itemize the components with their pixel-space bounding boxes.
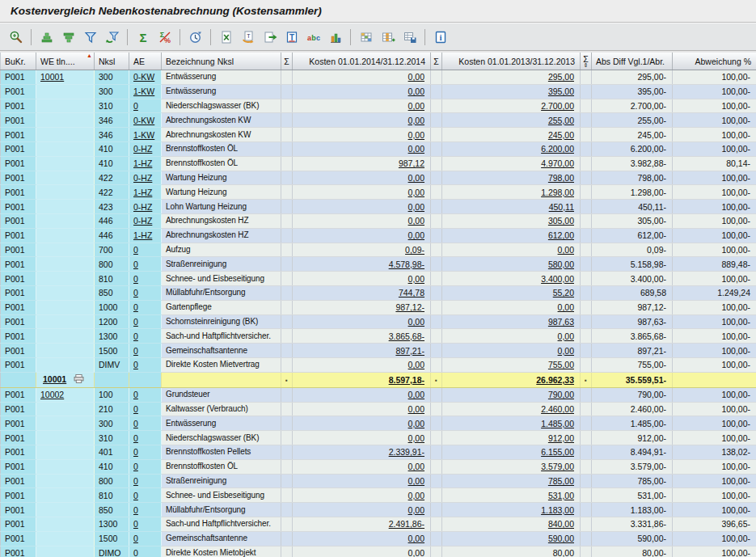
- table-row[interactable]: P0018500Müllabfuhr/Entsorgung744,7855,20…: [1, 285, 756, 300]
- column-header-ae[interactable]: AE: [129, 53, 162, 70]
- grid-view-button[interactable]: [356, 27, 376, 47]
- cell-ae-link[interactable]: 0: [129, 387, 162, 402]
- cell-k2014-link[interactable]: 0,00: [293, 357, 431, 372]
- table-row[interactable]: P00110000Gartenpflege987,12-0,00987,12-1…: [1, 300, 756, 314]
- cell-ae-link[interactable]: 0: [129, 445, 162, 459]
- cell-ae-link[interactable]: 0: [129, 357, 162, 372]
- set-filter-button[interactable]: [80, 27, 100, 47]
- cell-ae-link[interactable]: 0: [129, 300, 162, 314]
- cell-k2014-link[interactable]: 0,00: [293, 171, 431, 185]
- cell-ae-link[interactable]: 1-HZ: [129, 228, 162, 243]
- column-header-sig1[interactable]: Σ: [281, 53, 293, 70]
- table-row[interactable]: P0018000Straßenreinigung0,00785,00785,00…: [1, 474, 756, 488]
- cell-we-link[interactable]: 10001: [36, 70, 95, 85]
- table-row[interactable]: P0018100Schnee- und Eisbeseitigung0,0053…: [1, 488, 756, 503]
- table-row[interactable]: P0013100Niederschlagswasser (BK)0,00912,…: [1, 431, 756, 445]
- table-row[interactable]: P00115000Gemeinschaftsantenne897,21-0,00…: [1, 344, 756, 358]
- column-header-sig2[interactable]: Σ: [431, 53, 442, 70]
- cell-k2013-link[interactable]: 912,00: [442, 431, 581, 445]
- cell-ae-link[interactable]: 0: [129, 243, 162, 257]
- refresh-button[interactable]: [185, 27, 205, 47]
- table-row[interactable]: P001DIMV0Direkte Kosten Mietvertrag0,007…: [1, 357, 756, 372]
- cell-ae-link[interactable]: 0-HZ: [129, 141, 162, 156]
- cell-k2014-link[interactable]: 0,00: [293, 314, 431, 329]
- cell-ae-link[interactable]: 1-HZ: [129, 156, 162, 171]
- cell-ae-link[interactable]: 0: [129, 402, 162, 416]
- cell-ae-link[interactable]: 0-KW: [129, 70, 162, 85]
- table-row[interactable]: P00113000Sach-und Haftpflichtversicher.2…: [1, 517, 756, 531]
- cell-ae-link[interactable]: 1-KW: [129, 84, 162, 99]
- table-row[interactable]: P0013001-KWEntwässerung0,00395,00395,00-…: [1, 84, 756, 99]
- cell-k2013-link[interactable]: 3.579,00: [442, 459, 581, 474]
- change-layout-button[interactable]: [378, 27, 398, 47]
- cell-ae-link[interactable]: 0: [129, 488, 162, 503]
- subtotal-button[interactable]: Σ%: [154, 27, 175, 47]
- cell-k2013-link[interactable]: 590,00: [442, 531, 581, 546]
- table-row[interactable]: P001100013000-KWEntwässerung0,00295,0029…: [1, 70, 756, 85]
- cell-k2014-link[interactable]: 0,00: [293, 128, 431, 142]
- save-layout-button[interactable]: [399, 27, 420, 47]
- table-row[interactable]: P0018500Müllabfuhr/Entsorgung0,001.183,0…: [1, 503, 756, 517]
- cell-ae-link[interactable]: 0-HZ: [129, 200, 162, 214]
- column-header-bez[interactable]: Bezeichnung Nksl: [162, 53, 281, 70]
- cell-k2013-link[interactable]: 0,00: [442, 329, 581, 344]
- cell-ae-link[interactable]: 0: [129, 474, 162, 488]
- cell-k2014-link[interactable]: 0,00: [293, 99, 431, 113]
- sort-descending-button[interactable]: [58, 27, 78, 47]
- cell-k2013-link[interactable]: 6.155,00: [442, 445, 581, 459]
- cell-k2014-link[interactable]: 0,00: [293, 84, 431, 99]
- table-row[interactable]: P0014221-HZWartung Heizung0,001.298,001.…: [1, 185, 756, 200]
- cell-k2013-link[interactable]: 245,00: [442, 128, 581, 142]
- table-row[interactable]: P001100021000Grundsteuer0,00790,00790,00…: [1, 387, 756, 402]
- column-header-nksl[interactable]: Nksl: [95, 53, 129, 70]
- cell-k2013-link[interactable]: 305,00: [442, 213, 581, 228]
- table-row[interactable]: P0013460-KWAbrechnungskosten KW0,00255,0…: [1, 113, 756, 128]
- table-row[interactable]: P0014100-HZBrennstoffkosten ÖL0,006.200,…: [1, 141, 756, 156]
- cell-ae-link[interactable]: 0: [129, 517, 162, 531]
- cell-ae-link[interactable]: 0: [129, 285, 162, 300]
- graphic-button[interactable]: [325, 27, 345, 47]
- cell-k2014-link[interactable]: 0,00: [293, 459, 431, 474]
- cell-k2013-link[interactable]: 790,00: [442, 387, 581, 402]
- cell-ae-link[interactable]: 0: [129, 272, 162, 286]
- delete-filter-button[interactable]: [102, 27, 122, 47]
- table-row[interactable]: P00113000Sach-und Haftpflichtversicher.3…: [1, 329, 756, 344]
- table-row[interactable]: P00112000Schornsteinreinigung (BK)0,0098…: [1, 314, 756, 329]
- cell-k2014-link[interactable]: 0,00: [293, 531, 431, 546]
- cell-k2014-link[interactable]: 0,00: [293, 416, 431, 431]
- table-row[interactable]: P0014230-HZLohn Wartung Heizung0,00450,1…: [1, 200, 756, 214]
- cell-k2013-link[interactable]: 612,00: [442, 228, 581, 243]
- excel-export-button[interactable]: [216, 27, 236, 47]
- cell-k2014-link[interactable]: 987,12-: [293, 300, 431, 314]
- info-button[interactable]: i: [430, 27, 450, 47]
- cell-k2013-link[interactable]: 55,20: [442, 285, 581, 300]
- cell-ae-link[interactable]: 0: [129, 314, 162, 329]
- cell-k2014-link[interactable]: 0,00: [293, 113, 431, 128]
- cell-ae-link[interactable]: 1-HZ: [129, 185, 162, 200]
- sort-ascending-button[interactable]: [36, 27, 57, 47]
- cell-ae-link[interactable]: 0-HZ: [129, 171, 162, 185]
- cell-k2014-link[interactable]: 0,09-: [293, 243, 431, 257]
- cell-k2013-link[interactable]: 1.298,00: [442, 185, 581, 200]
- cell-k2013-link[interactable]: 255,00: [442, 113, 581, 128]
- abc-analysis-button[interactable]: abc: [303, 27, 323, 47]
- cell-ae-link[interactable]: 0: [129, 344, 162, 358]
- cell-ae-link[interactable]: 0: [129, 503, 162, 517]
- cell-k2013-link[interactable]: 6.200,00: [442, 141, 581, 156]
- table-row[interactable]: P0017000Aufzug0,09-0,000,09-100,00-: [1, 243, 756, 257]
- cell-k2014-link[interactable]: 0,00: [293, 141, 431, 156]
- cell-k2014-link[interactable]: 2.491,86-: [293, 517, 431, 531]
- cell-k2014-link[interactable]: 0,00: [293, 546, 431, 557]
- column-header-bukr[interactable]: BuKr.: [1, 53, 36, 70]
- cell-k2014-link[interactable]: 0,00: [293, 488, 431, 503]
- cell-ae-link[interactable]: 0: [129, 531, 162, 546]
- table-row[interactable]: P0013100Niederschlagswasser (BK)0,002.70…: [1, 99, 756, 113]
- cell-k2014-link[interactable]: 0,00: [293, 70, 431, 85]
- column-header-abw[interactable]: Abweichung %: [673, 53, 756, 70]
- cell-ae-link[interactable]: 0: [129, 416, 162, 431]
- table-row[interactable]: P0014220-HZWartung Heizung0,00798,00798,…: [1, 171, 756, 185]
- send-mail-button[interactable]: T: [281, 27, 302, 47]
- cell-k2013-link[interactable]: 531,00: [442, 488, 581, 503]
- table-row[interactable]: P001DIMO0Direkte Kosten Mietobjekt0,0080…: [1, 546, 756, 557]
- column-header-sig3[interactable]: Σ⇕: [581, 53, 592, 70]
